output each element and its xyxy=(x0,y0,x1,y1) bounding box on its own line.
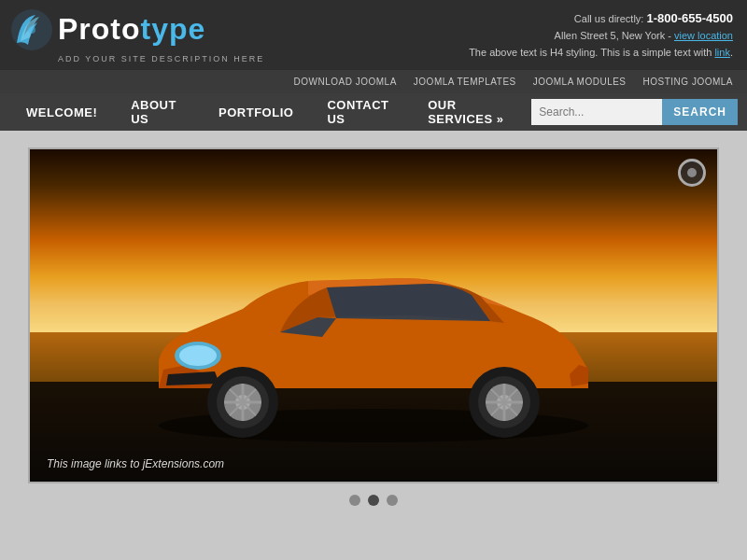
hero-image xyxy=(30,149,717,482)
main-nav: WELCOME!ABOUT USPORTFOLIOCONTACT USOUR S… xyxy=(0,93,747,131)
site-description: ADD YOUR SITE DESCRIPTION HERE xyxy=(58,54,264,63)
search-input[interactable] xyxy=(531,99,662,125)
contact-address-line: Allen Street 5, New York - view location xyxy=(469,28,733,45)
logo-area: Prototype ADD YOUR SITE DESCRIPTION HERE xyxy=(9,7,264,63)
svg-point-4 xyxy=(179,345,217,366)
dot-1[interactable] xyxy=(349,495,360,506)
nav-item-welcome[interactable]: WELCOME! xyxy=(9,93,114,131)
nav-item-contact-us[interactable]: CONTACT US xyxy=(310,93,411,131)
hero-caption: This image links to jExtensions.com xyxy=(47,457,224,470)
nav-item-our-services[interactable]: OUR SERVICES » xyxy=(411,93,531,131)
top-nav-hosting-joomla[interactable]: HOSTING JOOMLA xyxy=(643,77,733,87)
search-button[interactable]: SEARCH xyxy=(662,99,738,125)
slider-dots xyxy=(0,495,747,506)
top-nav-joomla-templates[interactable]: JOOMLA TEMPLATES xyxy=(414,77,516,87)
top-nav: DOWNLOAD JOOMLAJOOMLA TEMPLATESJOOMLA MO… xyxy=(0,70,747,93)
hero-banner: This image links to jExtensions.com xyxy=(28,147,719,483)
logo-icon xyxy=(9,7,54,52)
address-text: Allen Street 5, New York - xyxy=(555,30,674,41)
search-area: SEARCH xyxy=(531,99,738,125)
contact-phone-line: Call us directly: 1-800-655-4500 xyxy=(469,9,733,29)
nav-item-portfolio[interactable]: PORTFOLIO xyxy=(202,93,310,131)
contact-fine-print: The above text is H4 styling. This is a … xyxy=(469,45,733,62)
call-label: Call us directly: xyxy=(574,13,647,24)
logo-brand: Prototype xyxy=(9,7,264,52)
nav-item-about-us[interactable]: ABOUT US xyxy=(114,93,202,131)
fine-print-link[interactable]: link xyxy=(714,47,730,58)
top-nav-joomla-modules[interactable]: JOOMLA MODULES xyxy=(533,77,627,87)
car-image xyxy=(131,220,616,444)
logo-text[interactable]: Prototype xyxy=(58,12,205,47)
svg-point-1 xyxy=(28,26,35,34)
contact-info: Call us directly: 1-800-655-4500 Allen S… xyxy=(469,9,733,62)
nav-items: WELCOME!ABOUT USPORTFOLIOCONTACT USOUR S… xyxy=(9,93,531,131)
dot-2[interactable] xyxy=(368,495,379,506)
logo-proto: Proto xyxy=(58,12,141,46)
view-location-link[interactable]: view location xyxy=(674,30,733,41)
dot-3[interactable] xyxy=(387,495,398,506)
slider-control[interactable] xyxy=(678,159,706,187)
fine-print-text: The above text is H4 styling. This is a … xyxy=(469,47,714,58)
fine-print-suffix: . xyxy=(730,47,733,58)
top-nav-download-joomla[interactable]: DOWNLOAD JOOMLA xyxy=(294,77,397,87)
logo-type: type xyxy=(141,12,206,46)
phone-number: 1-800-655-4500 xyxy=(646,11,733,25)
header-top: Prototype ADD YOUR SITE DESCRIPTION HERE… xyxy=(0,0,747,70)
